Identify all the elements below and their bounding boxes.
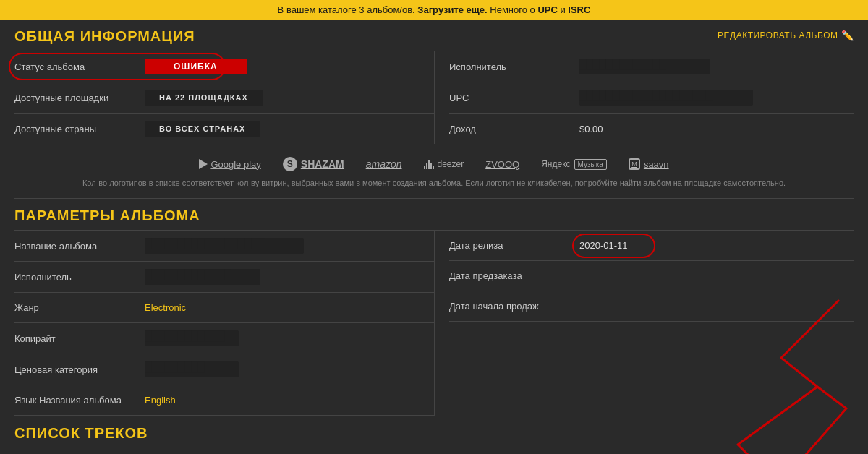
price-label: Ценовая категория: [14, 364, 145, 375]
banner-text-and: и: [558, 4, 569, 15]
params-right-col: Дата релиза 2020-01-11 Дата предзаказа Д…: [434, 231, 854, 416]
sales-start-label: Дата начала продаж: [449, 301, 579, 312]
general-info-title: ОБЩАЯ ИНФОРМАЦИЯ: [14, 20, 195, 51]
edit-album-label: РЕДАКТИРОВАТЬ АЛЬБОМ: [718, 30, 838, 40]
gplay-label: Google play: [210, 159, 260, 170]
shazam-logo[interactable]: S SHAZAM: [283, 157, 344, 171]
artist-label: Исполнитель: [449, 61, 579, 72]
param-artist-value: █████████████: [145, 269, 260, 285]
gplay-triangle-icon: [199, 159, 208, 169]
status-badge: ОШИБКА: [145, 59, 247, 74]
release-date-label: Дата релиза: [449, 240, 579, 251]
album-params-title: ПАРАМЕТРЫ АЛЬБОМА: [14, 199, 854, 230]
info-left-col: Статус альбома ОШИБКА Доступные площадки…: [14, 51, 434, 144]
upc-link[interactable]: UPC: [537, 4, 557, 15]
album-params-section: ПАРАМЕТРЫ АЛЬБОМА Название альбома █████…: [14, 199, 854, 416]
upc-value: ████████████████████: [579, 90, 753, 106]
deezer-logo[interactable]: deezer: [424, 159, 464, 169]
zvooq-label: ZVOOQ: [485, 159, 519, 170]
income-value: $0.00: [579, 124, 603, 134]
banner-text: В вашем каталоге 3 альбом/ов.: [278, 4, 418, 15]
album-name-label: Название альбома: [14, 241, 145, 252]
release-date-wrapper: 2020-01-11: [579, 240, 628, 251]
copyright-label: Копирайт: [14, 333, 145, 344]
param-artist-label: Исполнитель: [14, 272, 145, 283]
countries-value: ВО ВСЕХ СТРАНАХ: [145, 121, 260, 137]
amazon-label: amazon: [366, 158, 402, 170]
countries-row: Доступные страны ВО ВСЕХ СТРАНАХ: [14, 113, 434, 144]
upc-row: UPC ████████████████████: [449, 82, 854, 113]
yandex-music-box: Музыка: [574, 159, 607, 170]
copyright-row: Копирайт ████████████: [14, 323, 434, 354]
general-info-section: ОБЩАЯ ИНФОРМАЦИЯ РЕДАКТИРОВАТЬ АЛЬБОМ ✏️…: [14, 20, 854, 144]
saavn-logo[interactable]: M saavn: [629, 158, 669, 170]
countries-label: Доступные страны: [14, 124, 145, 134]
lang-label: Язык Названия альбома: [14, 395, 145, 406]
logos-note: Кол-во логотипов в списке соответствует …: [14, 179, 854, 198]
yandex-music-logo[interactable]: Яндекс Музыка: [541, 159, 607, 170]
sales-start-row: Дата начала продаж: [449, 291, 854, 322]
top-banner: В вашем каталоге 3 альбом/ов. Загрузите …: [0, 0, 868, 20]
upc-label: UPC: [449, 93, 579, 103]
copyright-value: ████████████: [145, 330, 239, 346]
isrc-link[interactable]: ISRC: [568, 4, 590, 15]
tracks-title: СПИСОК ТРЕКОВ: [14, 416, 854, 442]
info-right-col: Исполнитель █████████████ UPC ██████████…: [434, 51, 854, 144]
tracks-section: СПИСОК ТРЕКОВ: [14, 416, 854, 442]
price-row: Ценовая категория █████████: [14, 354, 434, 385]
google-play-logo[interactable]: Google play: [199, 159, 260, 170]
deezer-bars-icon: [424, 159, 434, 169]
artist-row: Исполнитель █████████████: [449, 51, 854, 82]
genre-value: Electronic: [145, 302, 186, 313]
edit-album-button[interactable]: РЕДАКТИРОВАТЬ АЛЬБОМ ✏️: [718, 30, 854, 41]
preorder-date-row: Дата предзаказа: [449, 261, 854, 291]
release-date-value: 2020-01-11: [579, 240, 628, 251]
platforms-row: Доступные площадки НА 22 ПЛОЩАДКАХ: [14, 82, 434, 113]
amazon-logo[interactable]: amazon: [366, 158, 402, 170]
param-artist-row: Исполнитель █████████████: [14, 262, 434, 293]
status-label: Статус альбома: [14, 61, 145, 72]
artist-value: █████████████: [579, 59, 710, 74]
lang-row: Язык Названия альбома English: [14, 385, 434, 416]
params-left-col: Название альбома ██████████████████ Испо…: [14, 231, 434, 416]
album-name-row: Название альбома ██████████████████: [14, 231, 434, 262]
release-date-row: Дата релиза 2020-01-11: [449, 231, 854, 261]
shazam-label: SHAZAM: [301, 158, 344, 170]
saavn-label: saavn: [644, 159, 669, 170]
deezer-label: deezer: [438, 159, 464, 169]
genre-label: Жанр: [14, 302, 145, 313]
edit-pencil-icon: ✏️: [841, 30, 854, 41]
status-row: Статус альбома ОШИБКА: [14, 51, 434, 82]
yandex-label: Яндекс: [541, 159, 570, 169]
lang-value: English: [145, 395, 176, 406]
preorder-date-label: Дата предзаказа: [449, 270, 579, 281]
shazam-icon: S: [283, 157, 297, 171]
zvooq-logo[interactable]: ZVOOQ: [485, 159, 519, 170]
genre-row: Жанр Electronic: [14, 293, 434, 323]
saavn-icon: M: [629, 158, 640, 170]
income-row: Доход $0.00: [449, 113, 854, 144]
banner-text-mid: Немного о: [488, 4, 538, 15]
album-name-value: ██████████████████: [145, 238, 304, 254]
income-label: Доход: [449, 124, 579, 134]
logos-section: Google play S SHAZAM amazon deez: [14, 144, 854, 198]
upload-link[interactable]: Загрузите еще.: [417, 4, 487, 15]
price-value: █████████: [145, 361, 239, 377]
platforms-label: Доступные площадки: [14, 93, 145, 103]
platforms-value: НА 22 ПЛОЩАДКАХ: [145, 90, 263, 106]
